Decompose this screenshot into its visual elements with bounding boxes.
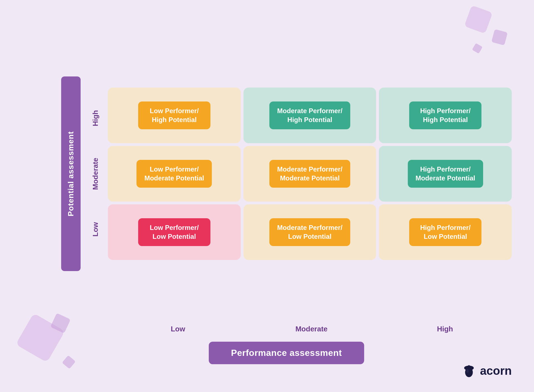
col-label-low: Low <box>111 325 245 333</box>
badge-high-high: High Performer/High Potential <box>409 101 481 130</box>
svg-point-1 <box>465 368 473 377</box>
badge-low-high: Low Performer/High Potential <box>138 101 210 130</box>
row-label-high: High <box>83 90 108 146</box>
acorn-brand-name: acorn <box>480 364 512 378</box>
chart-area: Potential assessment High Moderate Low L… <box>61 28 512 320</box>
x-axis-bar: Performance assessment <box>209 342 364 364</box>
badge-low-moderate: Low Performer/Moderate Potential <box>136 160 212 188</box>
grid-with-labels: High Moderate Low Low Performer/High Pot… <box>83 88 512 260</box>
acorn-icon <box>462 364 476 378</box>
col-labels: Low Moderate High <box>61 325 512 333</box>
badge-high-moderate: High Performer/Moderate Potential <box>408 160 483 188</box>
badge-high-low: High Performer/Low Potential <box>409 218 481 246</box>
cell-moderate-high: Moderate Performer/High Potential <box>244 88 376 143</box>
cell-moderate-low: Moderate Performer/Low Potential <box>244 204 376 260</box>
row-label-moderate: Moderate <box>83 146 108 202</box>
badge-low-low: Low Performer/Low Potential <box>138 218 210 246</box>
svg-point-3 <box>466 369 469 373</box>
col-label-high: High <box>378 325 512 333</box>
y-axis-bar: Potential assessment <box>61 76 81 271</box>
main-container: Potential assessment High Moderate Low L… <box>61 28 512 364</box>
cell-high-moderate: High Performer/Moderate Potential <box>379 146 512 202</box>
col-label-moderate: Moderate <box>245 325 378 333</box>
badge-moderate-high: Moderate Performer/High Potential <box>269 101 350 130</box>
y-axis-label: Potential assessment <box>66 131 75 216</box>
cell-high-low: High Performer/Low Potential <box>379 204 512 260</box>
row-label-low: Low <box>83 202 108 257</box>
cell-moderate-moderate: Moderate Performer/Moderate Potential <box>244 146 376 202</box>
x-axis-container: Performance assessment <box>209 342 364 364</box>
badge-moderate-low: Moderate Performer/Low Potential <box>269 218 350 246</box>
svg-rect-2 <box>468 365 470 367</box>
row-labels: High Moderate Low <box>83 88 108 260</box>
cell-low-high: Low Performer/High Potential <box>108 88 241 143</box>
cell-high-high: High Performer/High Potential <box>379 88 512 143</box>
badge-moderate-moderate: Moderate Performer/Moderate Potential <box>269 160 350 188</box>
cell-low-moderate: Low Performer/Moderate Potential <box>108 146 241 202</box>
x-axis-label: Performance assessment <box>231 348 342 358</box>
y-axis-container: Potential assessment <box>61 76 81 271</box>
cell-low-low: Low Performer/Low Potential <box>108 204 241 260</box>
acorn-logo: acorn <box>462 364 512 378</box>
performance-grid: Low Performer/High Potential Moderate Pe… <box>108 88 512 260</box>
